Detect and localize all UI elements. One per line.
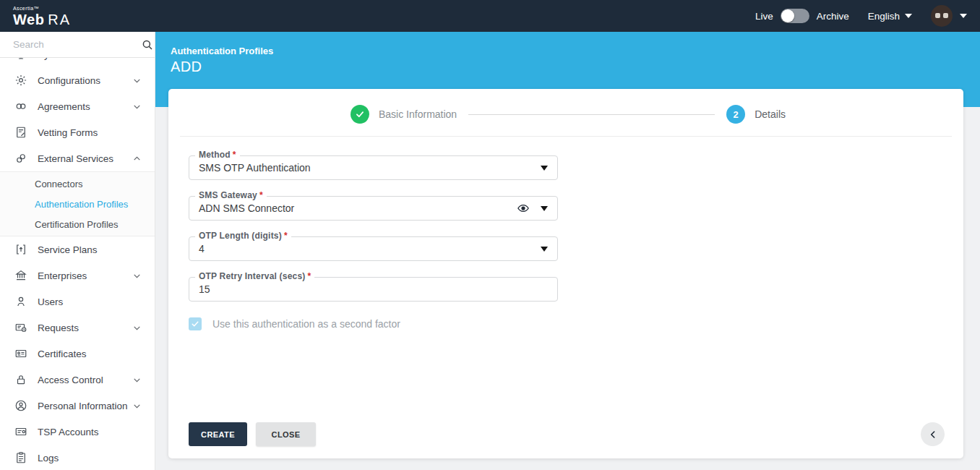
- person-circle-icon: [14, 399, 27, 412]
- method-value: SMS OTP Authentication: [199, 162, 541, 174]
- otp-length-value: 4: [199, 243, 541, 255]
- sidebar-item-agreements[interactable]: Agreements: [0, 93, 155, 119]
- sidebar-item-certificates[interactable]: Certificates: [0, 341, 155, 367]
- chevron-up-icon: [132, 154, 142, 163]
- sidebar-item-label: TSP Accounts: [38, 427, 99, 437]
- sidebar-item-vetting-forms[interactable]: Vetting Forms: [0, 119, 155, 145]
- required-asterisk: *: [284, 231, 288, 241]
- avatar[interactable]: [931, 5, 953, 27]
- create-button[interactable]: CREATE: [189, 422, 247, 446]
- sidebar-search: [0, 32, 155, 58]
- sidebar: System Configurations Agreements Vetting…: [0, 32, 155, 470]
- certificate-icon: [14, 347, 27, 360]
- breadcrumb: Authentication Profiles: [171, 46, 980, 56]
- brand-product-name: WebRA: [13, 12, 71, 27]
- sidebar-item-label: Logs: [38, 453, 59, 463]
- user-menu-caret-icon[interactable]: [960, 14, 967, 18]
- sidebar-item-access-control[interactable]: Access Control: [0, 367, 155, 393]
- search-input[interactable]: [13, 39, 141, 50]
- sidebar-item-label: Personal Information: [38, 401, 128, 411]
- otp-length-select[interactable]: OTP Length (digits)* 4: [189, 236, 558, 261]
- method-label: Method*: [195, 150, 240, 160]
- sidebar-item-label: Configurations: [38, 75, 100, 86]
- method-select[interactable]: Method* SMS OTP Authentication: [189, 155, 558, 180]
- close-button[interactable]: CLOSE: [256, 422, 316, 446]
- caret-down-icon: [541, 206, 548, 211]
- sidebar-item-label: Certificates: [38, 349, 87, 359]
- request-icon: [14, 321, 27, 334]
- chevron-down-icon: [132, 102, 142, 111]
- otp-retry-interval-label: OTP Retry Interval (secs)*: [195, 271, 314, 281]
- sidebar-item-requests[interactable]: Requests: [0, 315, 155, 341]
- form-icon: [14, 126, 27, 139]
- step-basic-information[interactable]: Basic Information: [351, 105, 457, 124]
- language-dropdown[interactable]: English: [868, 11, 912, 22]
- chevron-down-icon: [132, 375, 142, 385]
- back-button[interactable]: [921, 422, 945, 446]
- sidebar-item-personal-information[interactable]: Personal Information: [0, 393, 155, 419]
- chevron-left-icon: [927, 429, 939, 440]
- gear-icon: [14, 74, 27, 87]
- eye-icon[interactable]: [517, 202, 530, 215]
- sidebar-item-label: Vetting Forms: [38, 127, 98, 138]
- sidebar-item-configurations[interactable]: Configurations: [0, 67, 155, 93]
- chevron-down-icon: [132, 323, 142, 333]
- lock-icon: [14, 373, 27, 386]
- sidebar-subitem-connectors[interactable]: Connectors: [0, 174, 155, 194]
- topbar-right: Live Archive English: [755, 5, 967, 27]
- clipboard-icon: [14, 451, 27, 464]
- archive-label: Archive: [817, 11, 849, 22]
- sidebar-item-label: External Services: [38, 153, 113, 164]
- required-asterisk: *: [233, 150, 236, 160]
- chevron-down-icon: [132, 76, 142, 85]
- live-archive-toggle[interactable]: [781, 9, 809, 23]
- topbar: Ascertia™ WebRA Live Archive English: [0, 0, 980, 32]
- chevron-down-icon: [132, 271, 142, 281]
- sidebar-item-label: Service Plans: [38, 244, 98, 255]
- card-actions: CREATE CLOSE: [168, 422, 963, 458]
- step1-circle: [351, 105, 369, 124]
- handshake-icon: [14, 100, 27, 113]
- bank-icon: [14, 269, 27, 282]
- second-factor-label: Use this authentication as a second fact…: [212, 318, 400, 330]
- language-label: English: [868, 11, 900, 22]
- required-asterisk: *: [308, 271, 311, 281]
- sidebar-item-label: Enterprises: [38, 270, 87, 281]
- sidebar-subitem-authentication-profiles[interactable]: Authentication Profiles: [0, 194, 155, 214]
- sidebar-item-users[interactable]: Users: [0, 289, 155, 315]
- external-services-submenu: Connectors Authentication Profiles Certi…: [0, 171, 155, 236]
- sidebar-item-label: System: [38, 58, 70, 60]
- brand-logo[interactable]: Ascertia™ WebRA: [13, 6, 71, 27]
- step-details[interactable]: 2 Details: [726, 105, 786, 124]
- sidebar-item-label: Users: [38, 296, 63, 307]
- sidebar-subitem-certification-profiles[interactable]: Certification Profiles: [0, 214, 155, 234]
- main-content: Authentication Profiles ADD Basic Inform…: [155, 32, 980, 470]
- sidebar-item-system[interactable]: System: [0, 58, 155, 67]
- otp-retry-interval-input[interactable]: [199, 283, 548, 295]
- sidebar-item-external-services[interactable]: External Services: [0, 145, 155, 171]
- stepper: Basic Information 2 Details: [168, 89, 963, 136]
- stepper-connector: [468, 114, 715, 115]
- check-icon: [355, 109, 365, 119]
- details-form: Method* SMS OTP Authentication SMS Gatew…: [168, 137, 963, 330]
- sidebar-item-tsp-accounts[interactable]: TSP Accounts: [0, 419, 155, 445]
- sidebar-item-logs[interactable]: Logs: [0, 445, 155, 470]
- search-icon[interactable]: [141, 38, 154, 51]
- monitor-icon: [14, 58, 27, 61]
- otp-length-label: OTP Length (digits)*: [195, 231, 291, 241]
- avatar-glasses: [935, 13, 948, 18]
- caret-down-icon: [541, 247, 548, 252]
- sidebar-item-service-plans[interactable]: Service Plans: [0, 236, 155, 262]
- sms-gateway-select[interactable]: SMS Gateway* ADN SMS Connector: [189, 196, 558, 221]
- second-factor-checkbox[interactable]: [189, 317, 202, 330]
- step1-label: Basic Information: [379, 108, 457, 120]
- live-label: Live: [755, 11, 773, 22]
- sidebar-item-label: Agreements: [38, 101, 90, 112]
- caret-down-icon: [905, 14, 912, 18]
- second-factor-checkbox-row: Use this authentication as a second fact…: [189, 317, 963, 330]
- sidebar-item-enterprises[interactable]: Enterprises: [0, 262, 155, 289]
- sms-gateway-value: ADN SMS Connector: [199, 202, 517, 214]
- plan-icon: [14, 243, 27, 256]
- otp-retry-interval-field[interactable]: OTP Retry Interval (secs)*: [189, 277, 558, 302]
- page-title: ADD: [171, 59, 980, 75]
